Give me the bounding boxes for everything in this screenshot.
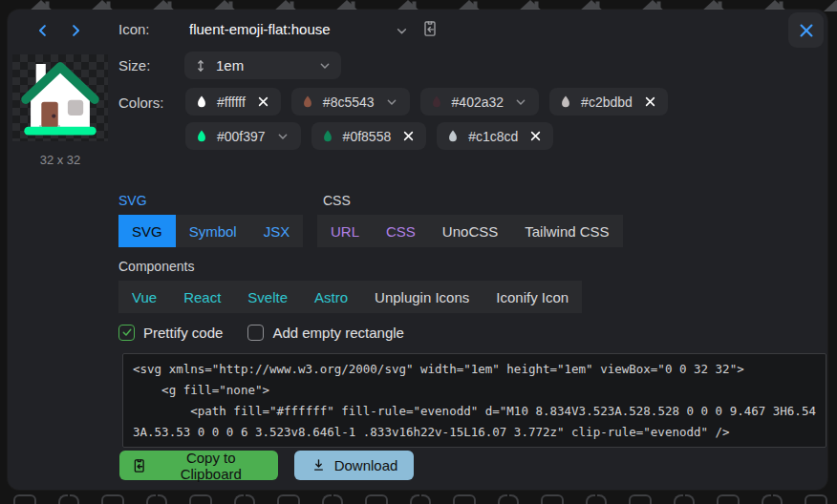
checkbox-label: Prettify code bbox=[143, 325, 223, 341]
chevron-down-icon[interactable] bbox=[513, 94, 528, 110]
tab-tailwind-css[interactable]: Tailwind CSS bbox=[511, 215, 622, 247]
icon-name-chevron-down-icon[interactable] bbox=[394, 23, 410, 39]
size-label: Size: bbox=[118, 57, 150, 74]
chevron-left-icon bbox=[34, 22, 52, 39]
size-dropdown[interactable]: 1em bbox=[184, 52, 341, 79]
svg-code-text: <svg xmlns="http://www.w3.org/2000/svg" … bbox=[133, 359, 816, 448]
background-grid-icon bbox=[409, 494, 432, 504]
remove-color-icon[interactable] bbox=[401, 129, 416, 143]
tab-svg[interactable]: SVG bbox=[118, 215, 176, 247]
code-options-row: Prettify codeAdd empty rectangle bbox=[118, 321, 404, 344]
droplet-icon bbox=[445, 129, 461, 144]
background-grid-icon bbox=[453, 494, 476, 504]
color-swatch[interactable]: #402a32 bbox=[420, 88, 540, 116]
chevron-right-icon bbox=[67, 22, 84, 39]
tab-astro[interactable]: Astro bbox=[301, 281, 361, 313]
code-block[interactable]: <svg xmlns="http://www.w3.org/2000/svg" … bbox=[122, 353, 826, 448]
color-swatch[interactable]: #8c5543 bbox=[291, 88, 410, 116]
css-tab-bar: URLCSSUnoCSSTailwind CSS bbox=[317, 215, 623, 247]
color-hex-value: #ffffff bbox=[217, 94, 246, 110]
icon-dimensions: 32 x 32 bbox=[8, 153, 113, 167]
color-swatch[interactable]: #ffffff bbox=[185, 88, 281, 116]
next-icon-button[interactable] bbox=[65, 20, 86, 41]
color-hex-value: #0f8558 bbox=[343, 129, 392, 144]
background-grid-icon bbox=[13, 494, 36, 504]
remove-color-icon[interactable] bbox=[256, 94, 270, 109]
chevron-down-icon bbox=[317, 58, 333, 74]
colors-label: Colors: bbox=[118, 94, 164, 111]
tab-url[interactable]: URL bbox=[317, 215, 373, 247]
close-button[interactable] bbox=[788, 12, 824, 48]
remove-color-icon[interactable] bbox=[643, 94, 657, 109]
remove-color-icon[interactable] bbox=[528, 129, 543, 143]
paste-icon[interactable] bbox=[420, 19, 440, 38]
droplet-icon bbox=[300, 94, 315, 110]
droplet-icon bbox=[320, 129, 335, 144]
tab-unplugin-icons[interactable]: Unplugin Icons bbox=[361, 281, 483, 313]
background-grid-icon bbox=[805, 494, 827, 504]
tab-svelte[interactable]: Svelte bbox=[234, 281, 301, 313]
option-add-empty-rectangle[interactable]: Add empty rectangle bbox=[247, 325, 404, 341]
icon-field-label: Icon: bbox=[118, 21, 150, 37]
background-grid-icon bbox=[629, 494, 652, 504]
color-swatch-row: #ffffff#8c5543#402a32#c2bdbd bbox=[185, 88, 668, 116]
color-hex-value: #00f397 bbox=[217, 129, 266, 144]
background-grid-icon bbox=[101, 494, 124, 504]
background-grid-icon bbox=[673, 494, 696, 504]
tab-iconify-icon[interactable]: Iconify Icon bbox=[483, 281, 582, 313]
css-section-title: CSS bbox=[323, 193, 351, 208]
background-house-icon bbox=[824, 0, 837, 15]
droplet-icon bbox=[194, 129, 209, 144]
background-grid-icon bbox=[497, 494, 520, 504]
chevron-down-icon[interactable] bbox=[384, 94, 399, 110]
copy-to-clipboard-button[interactable]: Copy to Clipboard bbox=[119, 451, 278, 480]
icon-preview bbox=[12, 54, 108, 141]
color-swatch[interactable]: #00f397 bbox=[185, 122, 301, 150]
tab-css[interactable]: CSS bbox=[373, 215, 429, 247]
resize-vertical-icon bbox=[193, 58, 208, 74]
chevron-down-icon[interactable] bbox=[275, 129, 290, 144]
background-grid-icon bbox=[541, 494, 564, 504]
color-swatch[interactable]: #c2bdbd bbox=[549, 88, 668, 116]
components-tab-bar: VueReactSvelteAstroUnplugin IconsIconify… bbox=[118, 281, 582, 313]
previous-icon-button[interactable] bbox=[32, 20, 54, 41]
download-icon bbox=[311, 457, 327, 473]
color-hex-value: #8c5543 bbox=[323, 94, 375, 110]
svg-tab-bar: SVGSymbolJSX bbox=[118, 215, 303, 247]
checkbox[interactable] bbox=[118, 325, 135, 341]
background-grid-icon bbox=[145, 494, 168, 504]
tab-react[interactable]: React bbox=[170, 281, 234, 313]
download-button-label: Download bbox=[334, 457, 398, 473]
checkmark-icon bbox=[121, 326, 133, 338]
background-grid-icon bbox=[277, 494, 300, 504]
background-grid-icon bbox=[717, 494, 740, 504]
download-button[interactable]: Download bbox=[294, 451, 414, 480]
color-swatch[interactable]: #c1c8cd bbox=[437, 122, 553, 150]
color-swatch[interactable]: #0f8558 bbox=[311, 122, 427, 150]
tab-symbol[interactable]: Symbol bbox=[176, 215, 250, 247]
background-grid-icon bbox=[365, 494, 388, 504]
background-grid-icon bbox=[585, 494, 608, 504]
background-grid-icon bbox=[321, 494, 344, 504]
close-icon bbox=[797, 21, 816, 40]
background-grid-icon bbox=[189, 494, 212, 504]
house-icon bbox=[17, 55, 103, 141]
svg-section-title: SVG bbox=[118, 193, 147, 208]
components-section-title: Components bbox=[118, 259, 194, 274]
icon-name-value: fluent-emoji-flat:house bbox=[189, 21, 331, 37]
color-hex-value: #c1c8cd bbox=[468, 129, 518, 144]
background-grid-icon bbox=[761, 494, 783, 504]
color-hex-value: #402a32 bbox=[452, 94, 504, 110]
droplet-icon bbox=[558, 94, 573, 110]
icon-details-dialog: Icon: fluent-emoji-flat:house bbox=[8, 10, 827, 490]
tab-vue[interactable]: Vue bbox=[118, 281, 170, 313]
tab-jsx[interactable]: JSX bbox=[250, 215, 304, 247]
copy-button-label: Copy to Clipboard bbox=[155, 450, 267, 482]
copy-icon bbox=[131, 457, 147, 474]
option-prettify-code[interactable]: Prettify code bbox=[118, 325, 223, 341]
background-grid-icon bbox=[57, 494, 80, 504]
tab-unocss[interactable]: UnoCSS bbox=[429, 215, 511, 247]
color-swatch-row: #00f397#0f8558#c1c8cd bbox=[185, 122, 553, 150]
checkbox[interactable] bbox=[247, 325, 264, 341]
droplet-icon bbox=[429, 94, 444, 110]
